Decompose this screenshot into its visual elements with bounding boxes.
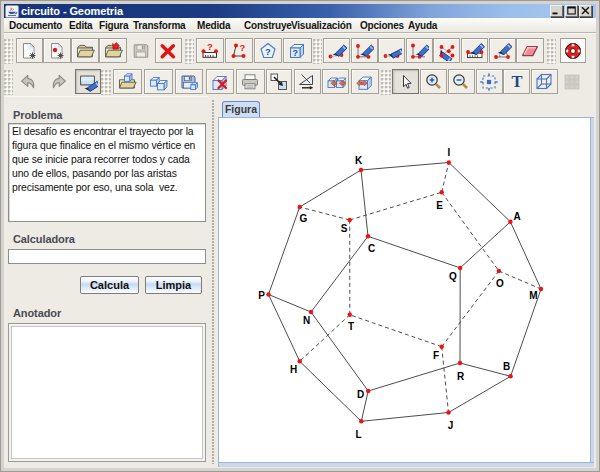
svg-text:N: N xyxy=(303,315,310,326)
svg-text:?: ? xyxy=(293,47,299,57)
svg-text:S: S xyxy=(341,223,348,234)
svg-text:P: P xyxy=(258,290,265,301)
svg-text:K: K xyxy=(355,155,363,166)
svg-text:J: J xyxy=(448,420,454,431)
svg-text:T: T xyxy=(348,321,354,332)
svg-text:?: ? xyxy=(265,45,271,56)
svg-text:?: ? xyxy=(240,42,246,53)
svg-text:?: ? xyxy=(207,41,213,52)
svg-text:A: A xyxy=(513,211,520,222)
svg-text:M: M xyxy=(529,290,537,301)
svg-text:I: I xyxy=(448,147,451,158)
svg-text:O: O xyxy=(496,278,504,289)
svg-text:L: L xyxy=(355,429,361,440)
svg-text:Q: Q xyxy=(449,271,457,282)
svg-text:R: R xyxy=(457,371,465,382)
svg-text:B: B xyxy=(503,361,510,372)
svg-text:G: G xyxy=(300,213,308,224)
svg-text:D: D xyxy=(357,389,364,400)
svg-text:C: C xyxy=(368,243,375,254)
svg-text:F: F xyxy=(433,350,439,361)
svg-text:T: T xyxy=(511,72,522,91)
svg-text:E: E xyxy=(436,200,443,211)
svg-text:H: H xyxy=(290,364,297,375)
